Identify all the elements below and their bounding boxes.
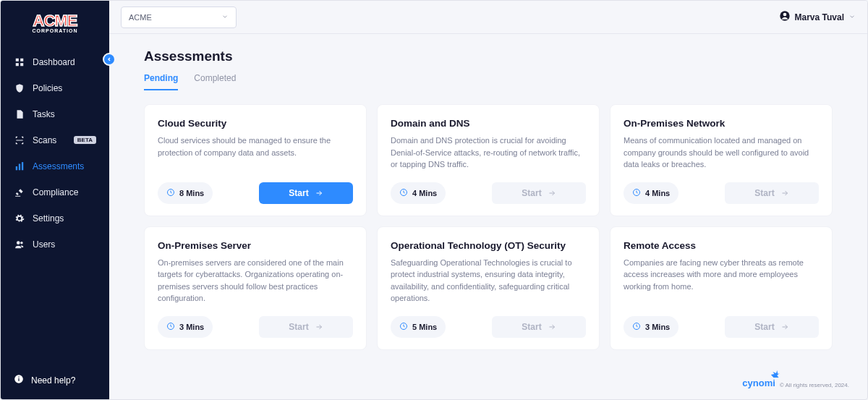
beta-badge: BETA	[74, 136, 96, 144]
duration-text: 3 Mins	[179, 323, 204, 331]
start-button-label: Start	[289, 322, 308, 332]
arrow-right-icon	[315, 323, 323, 331]
card-description: Domain and DNS protection is crucial for…	[391, 135, 586, 171]
gavel-icon	[14, 187, 25, 198]
org-selector[interactable]: ACME	[121, 7, 237, 28]
sidebar: ACME CORPORATION Dashboard Policies Task…	[1, 1, 109, 399]
svg-rect-4	[16, 166, 17, 170]
start-button-label: Start	[522, 188, 541, 198]
start-button[interactable]: Start	[725, 316, 819, 338]
content: Assessments Pending Completed Cloud Secu…	[109, 34, 867, 399]
shield-icon	[14, 82, 25, 94]
duration-pill: 3 Mins	[158, 316, 213, 338]
svg-rect-2	[16, 63, 19, 66]
card-title: Domain and DNS	[391, 118, 586, 129]
start-button[interactable]: Start	[725, 182, 819, 204]
page-title: Assessments	[144, 48, 833, 64]
arrow-right-icon	[548, 323, 556, 331]
dashboard-icon	[14, 56, 25, 68]
users-icon	[14, 239, 25, 250]
clock-icon	[399, 320, 408, 333]
card-title: Remote Access	[624, 240, 819, 251]
card-title: On-Premises Network	[624, 118, 819, 129]
info-icon	[14, 374, 24, 386]
sidebar-item-label: Compliance	[33, 187, 78, 197]
gear-icon	[14, 213, 25, 224]
svg-rect-6	[22, 162, 23, 170]
duration-text: 4 Mins	[645, 189, 670, 197]
tab-pending[interactable]: Pending	[144, 73, 178, 90]
duration-pill: 3 Mins	[624, 316, 678, 338]
help-label: Need help?	[31, 375, 75, 386]
start-button-label: Start	[522, 322, 541, 332]
chart-icon	[14, 161, 25, 172]
arrow-right-icon	[315, 189, 323, 197]
brand-logo: ACME CORPORATION	[1, 1, 109, 49]
sidebar-item-label: Settings	[33, 213, 64, 224]
org-selector-value: ACME	[129, 13, 152, 22]
assessment-card: Operational Technology (OT) Security Saf…	[377, 226, 600, 350]
card-description: On-premises servers are considered one o…	[158, 257, 353, 305]
svg-point-13	[783, 13, 786, 17]
sidebar-item-label: Scans	[33, 135, 56, 145]
sidebar-item-policies[interactable]: Policies	[1, 75, 109, 101]
duration-text: 4 Mins	[412, 189, 437, 197]
svg-rect-3	[20, 63, 23, 66]
footer-brand: cynomi © All rights reserved, 2024.	[742, 378, 849, 388]
duration-pill: 5 Mins	[391, 316, 446, 338]
topbar: ACME Marva Tuval	[109, 1, 867, 34]
sidebar-item-label: Policies	[33, 83, 62, 93]
svg-rect-5	[19, 163, 20, 170]
tab-completed[interactable]: Completed	[194, 73, 236, 90]
start-button[interactable]: Start	[259, 316, 353, 338]
card-description: Means of communication located and manag…	[624, 135, 819, 171]
sidebar-item-label: Tasks	[33, 109, 55, 119]
user-name: Marva Tuval	[795, 12, 844, 22]
sidebar-item-label: Assessments	[33, 161, 84, 171]
arrow-right-icon	[548, 189, 556, 197]
sidebar-item-assessments[interactable]: Assessments	[1, 153, 109, 179]
assessment-card: On-Premises Server On-premises servers a…	[144, 226, 367, 350]
duration-text: 8 Mins	[179, 189, 204, 197]
start-button-label: Start	[754, 188, 774, 198]
assessment-card: Domain and DNS Domain and DNS protection…	[377, 104, 600, 216]
svg-rect-11	[18, 377, 19, 378]
start-button[interactable]: Start	[492, 316, 586, 338]
sidebar-item-compliance[interactable]: Compliance	[1, 179, 109, 205]
footer-copyright: © All rights reserved, 2024.	[780, 382, 849, 388]
duration-text: 5 Mins	[412, 323, 437, 331]
help-link[interactable]: Need help?	[1, 361, 109, 399]
duration-pill: 4 Mins	[391, 182, 446, 204]
user-avatar-icon	[779, 10, 791, 24]
sidebar-item-label: Dashboard	[33, 57, 75, 67]
sidebar-item-users[interactable]: Users	[1, 231, 109, 258]
sidebar-item-dashboard[interactable]: Dashboard	[1, 49, 109, 75]
card-description: Cloud services should be managed to ensu…	[158, 135, 353, 171]
sidebar-item-settings[interactable]: Settings	[1, 205, 109, 231]
main-area: ACME Marva Tuval Assessments Pending Com…	[109, 1, 867, 399]
chevron-down-icon	[848, 12, 856, 22]
sidebar-item-scans[interactable]: Scans BETA	[1, 127, 109, 153]
user-menu[interactable]: Marva Tuval	[779, 10, 856, 24]
assessment-card: Cloud Security Cloud services should be …	[144, 104, 367, 216]
svg-point-7	[17, 241, 20, 244]
sidebar-item-tasks[interactable]: Tasks	[1, 101, 109, 127]
footer-logo: cynomi	[742, 378, 775, 388]
arrow-right-icon	[780, 323, 789, 331]
start-button[interactable]: Start	[259, 182, 353, 204]
start-button-label: Start	[289, 188, 308, 198]
clock-icon	[166, 187, 175, 200]
assessment-card: On-Premises Network Means of communicati…	[610, 104, 833, 216]
card-title: Cloud Security	[158, 118, 353, 129]
clock-icon	[399, 187, 408, 200]
file-icon	[14, 108, 25, 120]
tabs: Pending Completed	[144, 73, 833, 91]
svg-point-8	[20, 242, 23, 244]
sidebar-item-label: Users	[33, 239, 55, 250]
svg-rect-10	[18, 378, 19, 381]
start-button-label: Start	[754, 322, 774, 332]
card-title: On-Premises Server	[158, 240, 353, 251]
start-button[interactable]: Start	[492, 182, 586, 204]
svg-rect-0	[16, 59, 19, 61]
assessment-card: Remote Access Companies are facing new c…	[610, 226, 833, 350]
